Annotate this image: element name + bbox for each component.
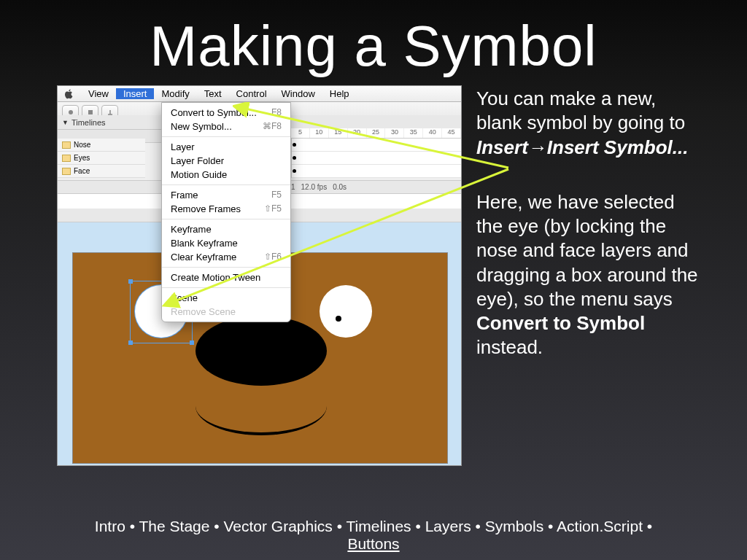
layer-row-nose[interactable]: Nose [58,139,145,152]
menu-separator [162,219,290,219]
menu-item-create-motion-tween[interactable]: Create Motion Tween [162,271,290,284]
svg-rect-1 [88,110,93,114]
apple-icon [63,89,74,99]
menubar-item-text[interactable]: Text [197,88,229,99]
nav-separator: • [209,518,223,534]
flash-screenshot: ViewInsertModifyTextControlWindowHelp Te… [57,85,462,466]
menubar-item-insert[interactable]: Insert [116,88,155,99]
layer-label: Face [74,167,90,175]
ruler-tick: 5 [291,128,310,138]
nav-separator: • [643,518,652,534]
menu-separator [162,184,290,185]
frames-grid[interactable] [291,139,461,178]
nav-item-symbols[interactable]: Symbols [485,518,544,534]
menu-item-layer-folder[interactable]: Layer Folder [162,154,290,168]
layer-list: NoseEyesFace [58,139,145,178]
nav-item-intro[interactable]: Intro [95,518,125,534]
elapsed-time: 0.0s [333,183,347,191]
menu-separator [162,287,290,288]
menu-separator [162,136,290,137]
menu-item-clear-keyframe[interactable]: Clear Keyframe⇧F6 [162,250,290,264]
menu-item-frame[interactable]: FrameF5 [162,188,290,202]
layer-icon [62,155,71,162]
ruler-tick: 10 [310,128,329,138]
layer-row-face[interactable]: Face [58,165,145,178]
menu-item-scene[interactable]: Scene [162,291,290,305]
menubar-item-help[interactable]: Help [322,88,357,99]
current-frame: 1 [291,183,295,191]
ruler-tick: 25 [367,128,386,138]
footer-extra[interactable]: Buttons [347,535,399,552]
layer-label: Nose [74,141,90,149]
nav-separator: • [333,518,347,534]
para-1-text: You can make a new, blank symbol by goin… [476,88,685,133]
menubar-item-control[interactable]: Control [229,88,274,99]
menu-item-layer[interactable]: Layer [162,140,290,154]
ruler-tick: 45 [442,128,461,138]
nav-separator: • [411,518,425,534]
ruler-tick: 35 [404,128,423,138]
menu-item-blank-keyframe[interactable]: Blank Keyframe [162,236,290,250]
layer-row-eyes[interactable]: Eyes [58,152,145,165]
frame-ruler: 51015202530354045 [291,128,461,139]
para-2-text: Here, we have selected the eye (by locki… [476,191,698,310]
nav-item-the-stage[interactable]: The Stage [139,518,210,534]
svg-point-0 [69,110,73,114]
menu-item-remove-scene: Remove Scene [162,305,290,319]
menubar-item-view[interactable]: View [81,88,116,99]
footer-nav: Intro • The Stage • Vector Graphics • Ti… [0,518,747,553]
nav-separator: • [125,518,139,534]
timeline-header-label: Timelines [71,118,106,127]
nav-separator: • [543,518,557,534]
nose-shape[interactable] [196,316,327,386]
disclosure-triangle-icon: ▼ [62,119,69,126]
nav-item-layers[interactable]: Layers [425,518,471,534]
menu-separator [162,267,290,268]
fps-label: 12.0 fps [301,183,328,191]
menu-item-new-symbol[interactable]: New Symbol...⌘F8 [162,120,290,133]
menubar: ViewInsertModifyTextControlWindowHelp [58,86,461,102]
explanation-text: You can make a new, blank symbol by goin… [476,85,703,466]
layer-icon [62,168,71,175]
ruler-tick: 20 [348,128,367,138]
menu-item-convert-to-symbol[interactable]: Convert to Symbol...F8 [162,106,290,120]
insert-menu-dropdown: Convert to Symbol...F8New Symbol...⌘F8La… [161,102,291,322]
nav-item-vector-graphics[interactable]: Vector Graphics [223,518,332,534]
right-eye-shape[interactable] [320,285,372,338]
menu-item-remove-frames[interactable]: Remove Frames⇧F5 [162,202,290,216]
nav-item-action-script[interactable]: Action.Script [557,518,643,534]
para-2-tail: instead. [476,336,543,358]
ruler-tick: 30 [385,128,404,138]
ruler-tick: 15 [329,128,348,138]
nav-item-timelines[interactable]: Timelines [347,518,411,534]
menu-item-keyframe[interactable]: Keyframe [162,222,290,236]
para-2-bold: Convert to Symbol [476,312,645,334]
mouth-shape[interactable] [196,406,327,435]
slide-title: Making a Symbol [0,0,747,79]
nav-separator: • [471,518,485,534]
layer-label: Eyes [74,154,90,162]
menubar-item-window[interactable]: Window [274,88,322,99]
ruler-tick: 40 [423,128,442,138]
para-1-emphasis: Insert→Insert Symbol... [476,136,688,158]
layer-icon [62,141,71,149]
menubar-item-modify[interactable]: Modify [154,88,196,99]
menu-item-motion-guide[interactable]: Motion Guide [162,168,290,182]
